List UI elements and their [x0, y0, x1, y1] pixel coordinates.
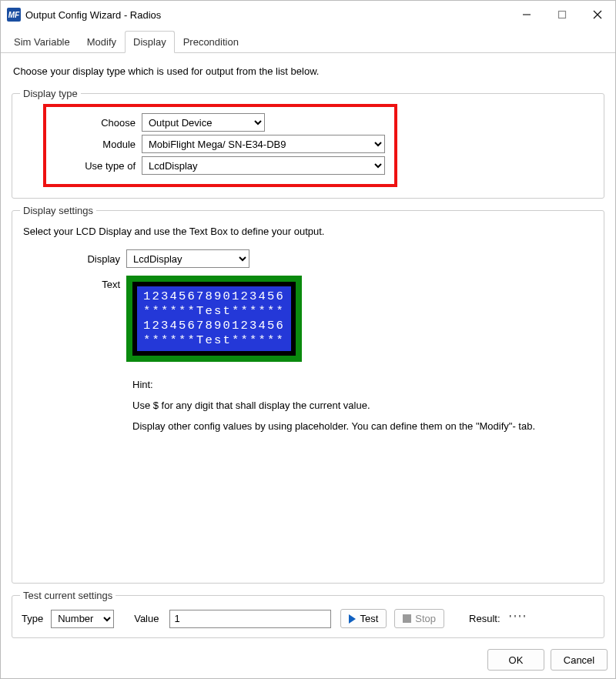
hint-line-1: Use $ for any digit that shall display t…: [132, 400, 596, 411]
content-area: Choose your display type which is used f…: [1, 53, 615, 643]
use-type-select[interactable]: LcdDisplay: [142, 156, 385, 175]
test-type-select[interactable]: Number: [51, 610, 114, 628]
test-button[interactable]: Test: [340, 609, 387, 628]
display-settings-desc: Select your LCD Display and use the Text…: [23, 226, 596, 237]
lcd-screen: 1234567890123456 ******Test****** 123456…: [137, 286, 291, 351]
app-icon: MF: [7, 8, 21, 22]
play-icon: [349, 614, 356, 624]
use-type-label: Use type of: [51, 160, 142, 172]
stop-button-label: Stop: [415, 613, 436, 624]
display-select[interactable]: LcdDisplay: [126, 249, 249, 268]
stop-icon: [403, 614, 411, 623]
result-label: Result:: [469, 613, 500, 624]
tab-bar: Sim Variable Modify Display Precondition: [1, 30, 615, 53]
titlebar: MF Output Config Wizard - Radios: [1, 1, 615, 28]
test-type-label: Type: [22, 613, 43, 624]
display-type-group: Display type Choose Output Device Module…: [12, 88, 604, 199]
module-select[interactable]: MobiFlight Mega/ SN-E34-DB9: [142, 135, 385, 153]
hint-line-2: Display other config values by using pla…: [132, 420, 596, 432]
cancel-button[interactable]: Cancel: [551, 649, 608, 671]
dialog-footer: OK Cancel: [1, 643, 615, 678]
module-label: Module: [51, 139, 142, 150]
window-controls: [509, 1, 615, 28]
hint-title: Hint:: [132, 379, 596, 390]
stop-button[interactable]: Stop: [394, 609, 444, 628]
tab-sim-variable[interactable]: Sim Variable: [5, 31, 79, 53]
tab-display[interactable]: Display: [125, 31, 175, 53]
display-type-legend: Display type: [20, 88, 81, 99]
choose-select[interactable]: Output Device: [142, 113, 265, 132]
test-value-input[interactable]: [169, 610, 331, 628]
tab-precondition[interactable]: Precondition: [175, 31, 247, 53]
text-label: Text: [20, 276, 126, 290]
lcd-preview[interactable]: 1234567890123456 ******Test****** 123456…: [126, 276, 302, 362]
intro-text: Choose your display type which is used f…: [13, 65, 606, 77]
display-label: Display: [20, 253, 126, 265]
test-value-label: Value: [134, 613, 159, 624]
test-settings-group: Test current settings Type Number Value …: [12, 590, 604, 638]
choose-label: Choose: [51, 117, 142, 129]
window-root: MF Output Config Wizard - Radios Sim Var…: [0, 0, 616, 679]
test-settings-legend: Test current settings: [20, 590, 116, 601]
ok-button[interactable]: OK: [487, 649, 544, 671]
close-button[interactable]: [580, 1, 615, 28]
result-value: ' ' ' ': [510, 613, 526, 624]
hint-block: Hint: Use $ for any digit that shall dis…: [132, 379, 596, 441]
svg-rect-1: [559, 12, 566, 18]
minimize-button[interactable]: [509, 1, 544, 28]
display-settings-legend: Display settings: [20, 205, 96, 216]
test-button-label: Test: [360, 613, 378, 624]
window-title: Output Config Wizard - Radios: [25, 9, 509, 21]
maximize-button[interactable]: [544, 1, 580, 28]
highlight-box: Choose Output Device Module MobiFlight M…: [43, 104, 397, 187]
tab-modify[interactable]: Modify: [79, 31, 125, 53]
display-settings-group: Display settings Select your LCD Display…: [12, 205, 604, 584]
